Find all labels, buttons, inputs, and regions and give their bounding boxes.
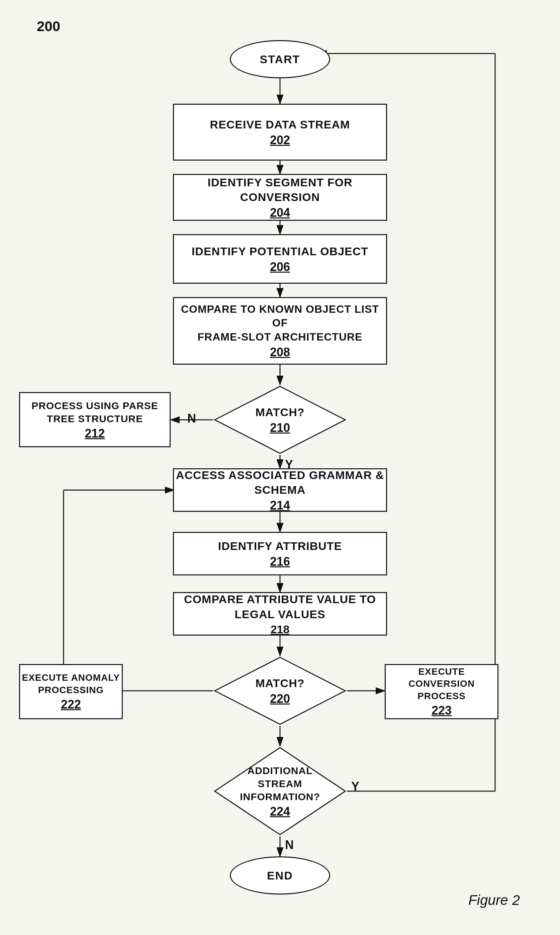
node-218: COMPARE ATTRIBUTE VALUE TO LEGAL VALUES … — [173, 592, 387, 636]
node-222-num: 222 — [61, 698, 81, 712]
node-220-num: 220 — [270, 692, 290, 706]
node-204-text: IDENTIFY SEGMENT FOR CONVERSION — [174, 175, 386, 205]
node-216-num: 216 — [270, 555, 290, 569]
end-label: END — [267, 869, 293, 882]
node-208-text: COMPARE TO KNOWN OBJECT LIST OF FRAME-SL… — [174, 302, 386, 344]
node-224: ADDITIONAL STREAM INFORMATION? 224 — [213, 746, 347, 836]
node-208: COMPARE TO KNOWN OBJECT LIST OF FRAME-SL… — [173, 297, 387, 364]
node-204: IDENTIFY SEGMENT FOR CONVERSION 204 — [173, 174, 387, 221]
diagram-container: 200 Figure 2 — [0, 0, 560, 935]
node-206: IDENTIFY POTENTIAL OBJECT 206 — [173, 234, 387, 284]
node-210-num: 210 — [270, 421, 290, 435]
label-210-n: N — [187, 411, 196, 426]
end-node: END — [230, 857, 330, 895]
node-208-num: 208 — [270, 345, 290, 359]
label-224-y: Y — [351, 780, 359, 794]
figure-label: Figure 2 — [468, 892, 520, 908]
label-224-n: N — [285, 838, 294, 852]
node-212: PROCESS USING PARSE TREE STRUCTURE 212 — [19, 392, 171, 447]
node-212-num: 212 — [85, 426, 105, 441]
node-214-text: ACCESS ASSOCIATED GRAMMAR & SCHEMA — [174, 468, 386, 497]
node-223: EXECUTE CONVERSION PROCESS 223 — [385, 664, 498, 719]
node-223-num: 223 — [432, 703, 452, 718]
node-210-text: MATCH? — [255, 405, 305, 420]
node-214-num: 214 — [270, 498, 290, 512]
node-214: ACCESS ASSOCIATED GRAMMAR & SCHEMA 214 — [173, 468, 387, 512]
node-222-text: EXECUTE ANOMALY PROCESSING — [22, 672, 120, 696]
node-210: MATCH? 210 — [213, 385, 347, 455]
node-216: IDENTIFY ATTRIBUTE 216 — [173, 532, 387, 575]
node-212-text: PROCESS USING PARSE TREE STRUCTURE — [31, 399, 158, 425]
node-202-text: RECEIVE DATA STREAM — [210, 117, 350, 132]
node-202-num: 202 — [270, 133, 290, 147]
node-216-text: IDENTIFY ATTRIBUTE — [218, 538, 342, 553]
node-206-text: IDENTIFY POTENTIAL OBJECT — [192, 244, 368, 258]
node-218-num: 218 — [271, 623, 290, 636]
node-218-text: COMPARE ATTRIBUTE VALUE TO LEGAL VALUES — [174, 592, 386, 621]
diagram-number: 200 — [37, 18, 60, 34]
node-223-text: EXECUTE CONVERSION PROCESS — [386, 666, 497, 702]
node-222: EXECUTE ANOMALY PROCESSING 222 — [19, 664, 123, 719]
node-204-num: 204 — [270, 206, 290, 220]
node-220: MATCH? 220 — [213, 656, 347, 726]
node-220-text: MATCH? — [255, 676, 305, 690]
node-224-num: 224 — [270, 804, 290, 818]
start-node: START — [230, 40, 330, 78]
node-206-num: 206 — [270, 260, 290, 274]
start-label: START — [260, 53, 300, 66]
node-202: RECEIVE DATA STREAM 202 — [173, 104, 387, 161]
node-224-text: ADDITIONAL STREAM INFORMATION? — [240, 764, 320, 803]
